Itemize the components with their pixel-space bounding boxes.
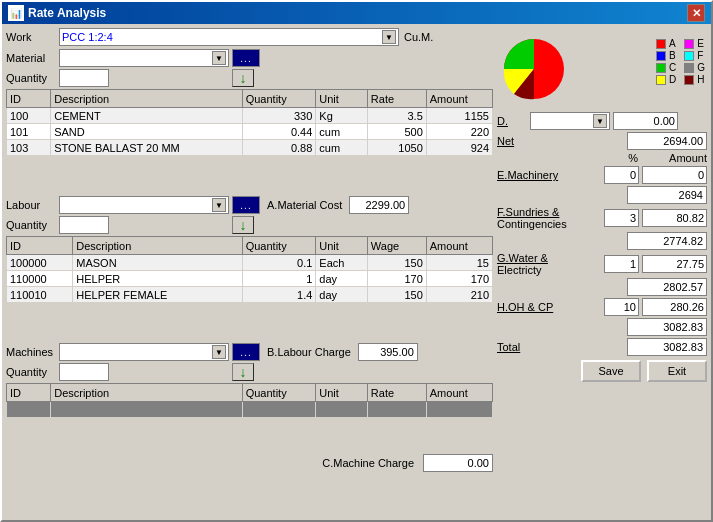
mat-cell-desc xyxy=(51,172,242,188)
save-button[interactable]: Save xyxy=(581,360,641,382)
material-combo-arrow[interactable]: ▼ xyxy=(212,51,226,65)
mach-cell-id xyxy=(7,434,51,450)
legend-label-c: C xyxy=(669,62,676,73)
lab-cell-id: 110010 xyxy=(7,287,73,303)
subtotal4-row: 3082.83 xyxy=(497,318,707,336)
subtotal2-value: 2774.82 xyxy=(627,232,707,250)
material-table-row[interactable]: 101 SAND 0.44 cum 500 220 xyxy=(7,124,493,140)
material-table-row[interactable]: 100 CEMENT 330 Kg 3.5 1155 xyxy=(7,108,493,124)
mach-cell-desc xyxy=(51,434,242,450)
d-combo[interactable]: ▼ xyxy=(530,112,610,130)
machines-combo-arrow[interactable]: ▼ xyxy=(212,345,226,359)
lab-cell-wage: 170 xyxy=(367,271,426,287)
machines-row: Machines ▼ ... B.Labour Charge 395.00 xyxy=(6,343,493,361)
material-dots-button[interactable]: ... xyxy=(232,49,260,67)
material-combo[interactable]: ▼ xyxy=(59,49,229,67)
mat-cell-id: 101 xyxy=(7,124,51,140)
mach-cell-rate xyxy=(367,402,426,418)
labour-table-row[interactable] xyxy=(7,303,493,319)
labour-label: Labour xyxy=(6,199,56,211)
legend-item-e: E xyxy=(684,38,705,49)
total-value: 3082.83 xyxy=(627,338,707,356)
d-combo-arrow[interactable]: ▼ xyxy=(593,114,607,128)
pie-area: A E B F C xyxy=(497,28,707,108)
g-value[interactable] xyxy=(642,255,707,273)
legend-label-d: D xyxy=(669,74,676,85)
labour-quantity-row: Quantity ↓ xyxy=(6,216,493,234)
labour-table: ID Description Quantity Unit Wage Amount… xyxy=(6,236,493,335)
machines-combo[interactable]: ▼ xyxy=(59,343,229,361)
e-machinery-value[interactable] xyxy=(642,166,707,184)
lab-cell-wage xyxy=(367,303,426,319)
g-pct[interactable] xyxy=(604,255,639,273)
labour-table-row[interactable]: 100000 MASON 0.1 Each 150 15 xyxy=(7,255,493,271)
mat-cell-desc: SAND xyxy=(51,124,242,140)
mat-cell-rate: 500 xyxy=(367,124,426,140)
machines-arrow-button[interactable]: ↓ xyxy=(232,363,254,381)
exit-button[interactable]: Exit xyxy=(647,360,707,382)
machines-table-row[interactable] xyxy=(7,402,493,418)
h-value[interactable] xyxy=(642,298,707,316)
material-quantity-input[interactable] xyxy=(59,69,109,87)
lab-cell-amount: 15 xyxy=(426,255,492,271)
labour-table-row[interactable]: 110000 HELPER 1 day 170 170 xyxy=(7,271,493,287)
machines-quantity-label: Quantity xyxy=(6,366,56,378)
mat-col-amount: Amount xyxy=(426,90,492,108)
labour-quantity-input[interactable] xyxy=(59,216,109,234)
material-table-row[interactable] xyxy=(7,156,493,172)
b-labour-charge-value: 395.00 xyxy=(358,343,418,361)
machines-table: ID Description Quantity Unit Rate Amount xyxy=(6,383,493,450)
material-arrow-button[interactable]: ↓ xyxy=(232,69,254,87)
work-combo-arrow[interactable]: ▼ xyxy=(382,30,396,44)
mach-cell-unit xyxy=(316,402,368,418)
mat-cell-amount: 220 xyxy=(426,124,492,140)
labour-dots-button[interactable]: ... xyxy=(232,196,260,214)
labour-table-row[interactable] xyxy=(7,319,493,335)
lab-cell-qty: 1 xyxy=(242,271,316,287)
machines-table-row[interactable] xyxy=(7,434,493,450)
material-table-row[interactable] xyxy=(7,172,493,188)
a-material-cost-value: 2299.00 xyxy=(349,196,409,214)
lab-col-wage: Wage xyxy=(367,237,426,255)
lab-col-unit: Unit xyxy=(316,237,368,255)
lab-cell-unit: day xyxy=(316,271,368,287)
f-sundries-label: F.Sundries & xyxy=(497,206,601,218)
mat-cell-amount xyxy=(426,172,492,188)
lab-cell-amount: 210 xyxy=(426,287,492,303)
machines-quantity-input[interactable] xyxy=(59,363,109,381)
work-combo[interactable]: PCC 1:2:4 ▼ xyxy=(59,28,399,46)
d-value[interactable] xyxy=(613,112,678,130)
legend-item-f: F xyxy=(684,50,705,61)
lab-col-desc: Description xyxy=(73,237,242,255)
mach-cell-id xyxy=(7,418,51,434)
labour-combo[interactable]: ▼ xyxy=(59,196,229,214)
lab-cell-wage: 150 xyxy=(367,255,426,271)
labour-table-row[interactable]: 110010 HELPER FEMALE 1.4 day 150 210 xyxy=(7,287,493,303)
mach-col-id: ID xyxy=(7,384,51,402)
legend-label-a: A xyxy=(669,38,676,49)
legend-color-a xyxy=(656,39,666,49)
machines-label: Machines xyxy=(6,346,56,358)
work-value: PCC 1:2:4 xyxy=(62,31,113,43)
h-pct[interactable] xyxy=(604,298,639,316)
mat-cell-rate xyxy=(367,156,426,172)
e-machinery-pct[interactable] xyxy=(604,166,639,184)
f-pct[interactable] xyxy=(604,209,639,227)
labour-arrow-button[interactable]: ↓ xyxy=(232,216,254,234)
material-table-row[interactable]: 103 STONE BALLAST 20 MM 0.88 cum 1050 92… xyxy=(7,140,493,156)
mat-cell-desc xyxy=(51,156,242,172)
work-label: Work xyxy=(6,31,56,43)
close-button[interactable]: ✕ xyxy=(687,4,705,22)
lab-col-qty: Quantity xyxy=(242,237,316,255)
material-label: Material xyxy=(6,52,56,64)
mach-cell-desc xyxy=(51,418,242,434)
legend-color-d xyxy=(656,75,666,85)
machines-table-row[interactable] xyxy=(7,418,493,434)
labour-combo-arrow[interactable]: ▼ xyxy=(212,198,226,212)
subtotal3-value: 2802.57 xyxy=(627,278,707,296)
machines-dots-button[interactable]: ... xyxy=(232,343,260,361)
f-value[interactable] xyxy=(642,209,707,227)
mach-cell-unit xyxy=(316,434,368,450)
legend: A E B F C xyxy=(656,38,705,85)
pie-chart xyxy=(499,34,569,106)
